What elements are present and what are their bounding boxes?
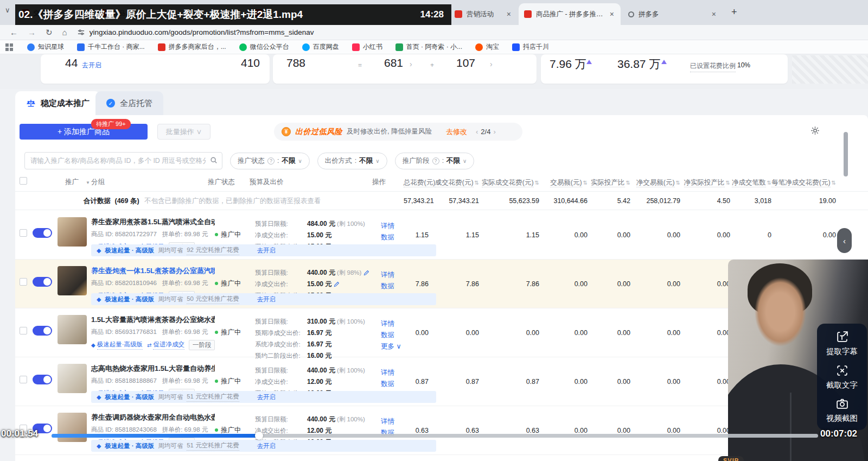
edit-pencil-icon[interactable]: [334, 281, 340, 287]
sort-icon[interactable]: ⇅: [832, 180, 836, 186]
row-checkbox[interactable]: [20, 376, 27, 383]
pager-next-icon[interactable]: ›: [493, 128, 495, 136]
edit-pencil-icon[interactable]: [363, 270, 369, 276]
filter-funnel-icon[interactable]: ▼: [86, 180, 90, 185]
col-group[interactable]: ▼分组: [85, 178, 105, 187]
enable-boost-link[interactable]: 去开启: [257, 442, 276, 450]
bookmark-item[interactable]: 知识星球: [27, 42, 64, 52]
enable-boost-link[interactable]: 去开启: [257, 295, 276, 304]
column-header-sortable[interactable]: 净实际投产比⇅: [680, 178, 730, 187]
filter-promo-stage[interactable]: 推广阶段?: 不限∨: [395, 153, 475, 169]
column-header-sortable[interactable]: 每笔净成交花费(元)⇅: [771, 178, 836, 187]
product-name[interactable]: 养生壶炖煮一体1.5L煮茶器办公室蒸汽喷淋式全...: [91, 266, 215, 276]
promotion-toggle[interactable]: [33, 228, 52, 238]
row-action-link[interactable]: 详情: [381, 416, 404, 427]
promotion-toggle[interactable]: [33, 326, 52, 336]
row-action-link[interactable]: 数据: [381, 378, 404, 390]
search-input[interactable]: [24, 152, 222, 169]
row-action-link[interactable]: 更多 ∨: [381, 341, 404, 352]
select-all-checkbox[interactable]: [20, 177, 27, 185]
go-fix-link[interactable]: 去修改: [446, 127, 467, 137]
column-header-sortable[interactable]: 净交易额(元)⇅: [630, 178, 680, 187]
forward-icon[interactable]: →: [28, 28, 36, 36]
gear-icon[interactable]: [810, 126, 820, 137]
product-tag[interactable]: 一阶段: [189, 340, 215, 350]
scrollbar-thumb[interactable]: [844, 132, 848, 176]
filter-bid-method[interactable]: 出价方式: 不限∨: [317, 153, 387, 169]
home-icon[interactable]: ⌂: [62, 28, 67, 36]
enable-link[interactable]: 去开启: [82, 61, 101, 70]
product-tag[interactable]: ⇄促进净成交: [147, 340, 184, 350]
product-tag[interactable]: ◆极速起量·高级版: [91, 340, 143, 350]
tab-stable-cost-promotion[interactable]: 稳定成本推广: [15, 91, 100, 115]
bookmark-item[interactable]: 微信公众平台: [239, 42, 289, 52]
column-header-sortable[interactable]: 成交花费(元)⇅: [429, 178, 479, 187]
bookmark-item[interactable]: 首页 · 阿奇索 · 小...: [395, 42, 462, 52]
search-icon[interactable]: [210, 156, 218, 166]
video-screenshot-button[interactable]: 视频截图: [826, 397, 858, 424]
bookmark-item[interactable]: 抖店千川: [512, 42, 549, 52]
apps-grid-icon[interactable]: [5, 43, 13, 51]
close-icon[interactable]: ×: [711, 10, 717, 18]
bookmark-item[interactable]: 小红书: [352, 42, 382, 52]
product-name[interactable]: 1.5L大容量蒸汽喷淋煮茶器办公室烧水壶养生壶...: [91, 315, 215, 325]
row-action-link[interactable]: 数据: [381, 281, 404, 292]
sort-icon[interactable]: ⇅: [535, 180, 539, 186]
column-header-sortable[interactable]: 净成交笔数⇅: [730, 178, 771, 187]
bookmark-item[interactable]: 拼多多商家后台，...: [158, 42, 226, 52]
enable-boost-link[interactable]: 去开启: [257, 393, 276, 401]
sort-icon[interactable]: ⇅: [626, 180, 630, 186]
site-info-icon[interactable]: [77, 28, 85, 36]
sort-icon[interactable]: ⇅: [475, 180, 479, 186]
tab-search-chevron-icon[interactable]: ∨: [5, 6, 10, 14]
close-icon[interactable]: ×: [506, 10, 512, 18]
bookmark-item[interactable]: 淘宝: [475, 42, 499, 52]
address-bar[interactable]: yingxiao.pinduoduo.com/goods/promotion/l…: [77, 28, 314, 36]
row-action-link[interactable]: 详情: [381, 367, 404, 378]
chevron-right-icon[interactable]: ›: [490, 60, 493, 68]
row-checkbox[interactable]: [20, 327, 27, 334]
chevron-right-icon[interactable]: ›: [410, 60, 412, 68]
reload-icon[interactable]: ↻: [46, 28, 53, 36]
row-action-link[interactable]: 数据: [381, 232, 404, 243]
extract-subtitles-button[interactable]: 提取字幕: [826, 330, 858, 357]
progress-bar[interactable]: [52, 434, 818, 438]
stat-value-link[interactable]: 107: [456, 56, 475, 70]
row-checkbox[interactable]: [20, 278, 27, 286]
url-text[interactable]: yingxiao.pinduoduo.com/goods/promotion/l…: [90, 28, 314, 36]
new-tab-button[interactable]: +: [731, 7, 737, 18]
collapse-handle[interactable]: ‹: [837, 228, 852, 253]
stat-value-link[interactable]: 681: [384, 56, 403, 70]
promotion-toggle[interactable]: [33, 277, 52, 287]
row-checkbox[interactable]: [20, 229, 27, 237]
column-header-sortable[interactable]: 总花费(元)⇅: [404, 178, 429, 187]
tab-goods-promotion[interactable]: 商品推广 - 拼多多推广平台 ×: [519, 3, 621, 25]
progress-fill[interactable]: [52, 434, 259, 438]
product-name[interactable]: 养生壶调奶器烧水壶家用全自动电热水壶恒温...: [91, 413, 215, 422]
batch-operation-button[interactable]: 批量操作 ∨: [157, 124, 210, 140]
promotion-toggle[interactable]: [33, 375, 52, 384]
sort-icon[interactable]: ⇅: [676, 180, 680, 186]
sort-icon[interactable]: ⇅: [583, 180, 588, 186]
tab-full-store-managed[interactable]: ✓ 全店托管: [95, 91, 163, 115]
row-action-link[interactable]: 详情: [381, 269, 404, 281]
filter-promo-status[interactable]: 推广状态?: 不限∨: [230, 153, 310, 169]
column-header-sortable[interactable]: 交易额(元)⇅: [539, 178, 588, 187]
row-action-link[interactable]: 数据: [381, 330, 404, 341]
sort-icon[interactable]: ⇅: [767, 180, 771, 186]
row-action-link[interactable]: 详情: [381, 220, 404, 232]
sort-icon[interactable]: ⇅: [726, 180, 730, 186]
close-icon[interactable]: ×: [609, 10, 615, 18]
tab-pinduoduo[interactable]: 拼多多 ×: [623, 3, 723, 25]
pager-prev-icon[interactable]: ‹: [476, 128, 478, 136]
bookmark-item[interactable]: 千牛工作台 · 商家...: [77, 42, 145, 52]
product-name[interactable]: 志高电热烧水壶家用1.5L大容量自动养生壶恒温...: [91, 364, 215, 374]
bookmark-item[interactable]: 百度网盘: [302, 42, 339, 52]
column-header-sortable[interactable]: 实际成交花费(元)⇅: [479, 178, 539, 187]
row-action-link[interactable]: 详情: [381, 318, 404, 330]
column-header-sortable[interactable]: 实际投产比⇅: [588, 178, 630, 187]
enable-boost-link[interactable]: 去开启: [257, 247, 276, 255]
product-name[interactable]: 养生壶家用煮茶器1.5L蒸汽喷淋式全自动办公室...: [91, 217, 215, 227]
back-icon[interactable]: ←: [10, 28, 18, 36]
capture-text-button[interactable]: 截取文字: [826, 364, 858, 390]
